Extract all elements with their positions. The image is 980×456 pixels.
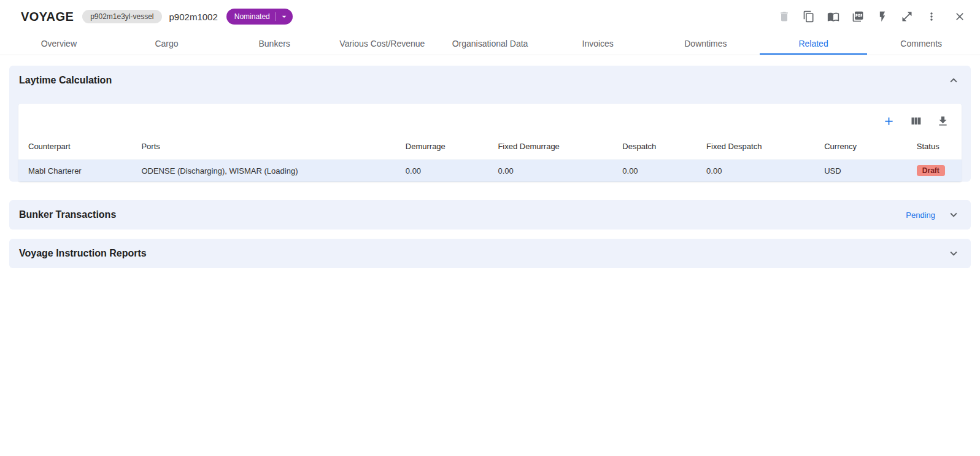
laytime-header-row: Counterpart Ports Demurrage Fixed Demurr… [18,138,962,160]
column-header-ports[interactable]: Ports [131,138,395,160]
main-content: Laytime Calculation [0,55,980,268]
bunker-header-right: Pending [906,207,961,222]
cell-status: Draft [907,160,962,182]
tab-bunkers[interactable]: Bunkers [220,33,328,55]
tab-various-cost-revenue[interactable]: Various Cost/Revenue [328,33,436,55]
tab-bar: Overview Cargo Bunkers Various Cost/Reve… [0,33,980,55]
bunker-transactions-section: Bunker Transactions Pending [9,200,971,230]
column-header-counterpart[interactable]: Counterpart [18,138,131,160]
voyage-status-dropdown[interactable]: Nominated [226,9,293,25]
header-toolbar [776,9,968,25]
collapse-section-icon[interactable] [946,73,961,88]
copy-icon[interactable] [801,9,817,25]
expand-section-icon[interactable] [946,246,961,261]
page-title: VOYAGE [21,10,74,24]
column-header-currency[interactable]: Currency [814,138,907,160]
laytime-table-toolbar [18,104,962,138]
cell-fixed-despatch: 0.00 [696,160,814,182]
expand-section-icon[interactable] [946,207,961,222]
cell-demurrage: 0.00 [396,160,488,182]
voyage-number: p902m1002 [169,12,218,22]
pdf-export-icon[interactable] [850,9,866,25]
vessel-chip: p902m1e3yl-vessel [82,10,161,23]
delete-icon [776,9,792,25]
column-header-status[interactable]: Status [907,138,962,160]
column-header-fixed-demurrage[interactable]: Fixed Demurrage [488,138,612,160]
flash-actions-icon[interactable] [874,9,890,25]
badge-divider [276,12,276,21]
column-header-fixed-despatch[interactable]: Fixed Despatch [696,138,814,160]
tab-cargo[interactable]: Cargo [113,33,221,55]
laytime-table-card: Counterpart Ports Demurrage Fixed Demurr… [18,104,962,182]
bunker-section-header[interactable]: Bunker Transactions Pending [9,200,971,230]
add-laytime-icon[interactable] [881,113,897,129]
laytime-table: Counterpart Ports Demurrage Fixed Demurr… [18,138,962,182]
laytime-section-header: Laytime Calculation [9,66,971,95]
download-icon[interactable] [935,113,951,129]
bunker-section-title: Bunker Transactions [19,209,116,220]
laytime-table-row[interactable]: Mabl Charterer ODENSE (Discharging), WIS… [18,160,962,182]
cell-despatch: 0.00 [612,160,696,182]
voyage-window: VOYAGE p902m1e3yl-vessel p902m1002 Nomin… [0,0,980,268]
logbook-icon[interactable] [825,9,841,25]
voyage-instruction-reports-section: Voyage Instruction Reports [9,239,971,268]
tab-downtimes[interactable]: Downtimes [652,33,760,55]
cell-ports: ODENSE (Discharging), WISMAR (Loading) [131,160,395,182]
tab-overview[interactable]: Overview [5,33,113,55]
vir-section-title: Voyage Instruction Reports [19,248,147,259]
status-badge: Draft [917,165,945,176]
window-header: VOYAGE p902m1e3yl-vessel p902m1002 Nomin… [0,0,980,33]
column-header-demurrage[interactable]: Demurrage [396,138,488,160]
cell-fixed-demurrage: 0.00 [488,160,612,182]
cell-currency: USD [814,160,907,182]
pending-status-text: Pending [906,211,935,220]
vir-section-header[interactable]: Voyage Instruction Reports [9,239,971,268]
tab-comments[interactable]: Comments [867,33,975,55]
tab-related[interactable]: Related [760,33,868,55]
column-header-despatch[interactable]: Despatch [612,138,696,160]
laytime-calculation-section: Laytime Calculation [9,66,971,182]
dropdown-caret-icon [279,12,289,21]
laytime-section-title: Laytime Calculation [19,75,112,86]
expand-fullscreen-icon[interactable] [899,9,915,25]
close-icon[interactable] [952,9,968,25]
tab-organisational-data[interactable]: Organisational Data [436,33,544,55]
column-settings-icon[interactable] [908,113,924,129]
more-options-icon[interactable] [924,9,939,25]
voyage-status-label: Nominated [234,12,270,21]
cell-counterpart: Mabl Charterer [18,160,131,182]
tab-invoices[interactable]: Invoices [544,33,652,55]
